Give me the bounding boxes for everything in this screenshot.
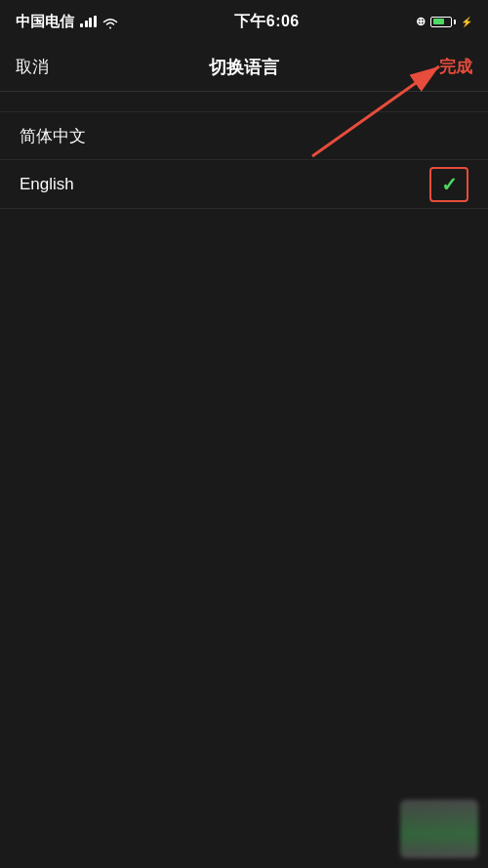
wifi-icon <box>102 16 118 27</box>
nav-bar: 取消 切换语言 完成 <box>0 43 488 92</box>
status-time: 下午6:06 <box>234 12 300 32</box>
carrier-label: 中国电信 <box>16 13 74 31</box>
battery-body <box>430 17 452 27</box>
status-bar: 中国电信 下午6:06 ⊕ ⚡ <box>0 0 488 43</box>
language-list: 简体中文 English ✓ <box>0 111 488 209</box>
language-name-english: English <box>20 175 74 194</box>
battery-tip <box>454 20 456 24</box>
page-title: 切换语言 <box>209 56 279 79</box>
done-button[interactable]: 完成 <box>439 56 472 78</box>
signal-icon <box>80 16 97 27</box>
status-left: 中国电信 <box>16 13 118 31</box>
cancel-button[interactable]: 取消 <box>16 56 49 78</box>
language-item-chinese[interactable]: 简体中文 <box>0 111 488 160</box>
battery-indicator <box>430 17 456 27</box>
screen-record-icon: ⊕ <box>416 15 426 28</box>
checkmark-icon: ✓ <box>441 173 458 196</box>
battery-fill <box>433 19 445 24</box>
language-name-chinese: 简体中文 <box>20 125 86 147</box>
status-right: ⊕ ⚡ <box>416 15 472 28</box>
charging-icon: ⚡ <box>461 17 472 27</box>
checkmark-box: ✓ <box>429 167 468 202</box>
language-item-english[interactable]: English ✓ <box>0 160 488 209</box>
thumbnail-content <box>400 800 478 858</box>
bottom-thumbnail <box>400 800 478 858</box>
